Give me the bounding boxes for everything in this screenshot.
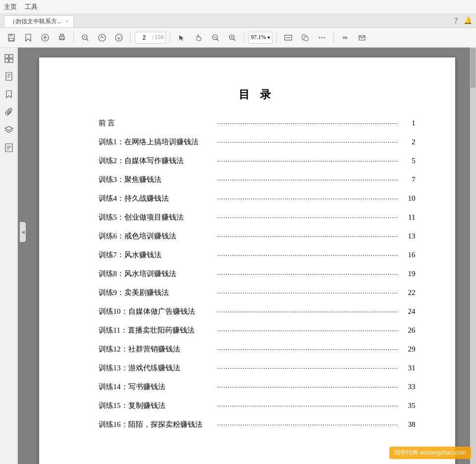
upload-button[interactable] — [38, 31, 53, 45]
sidebar-attachment-icon[interactable] — [2, 105, 16, 119]
link-button[interactable] — [338, 31, 353, 45]
toc-dots: ········································… — [217, 118, 399, 129]
more-button[interactable] — [315, 31, 329, 45]
page-number-input[interactable] — [137, 34, 151, 41]
toc-row: 训练10：自媒体做广告赚钱法··························… — [99, 305, 416, 317]
sidebar-thumbnail-icon[interactable] — [2, 52, 16, 65]
toolbar: / 159 97.1% ▾ — [0, 28, 476, 48]
svg-marker-40 — [5, 126, 13, 130]
zoom-out-2-button[interactable] — [208, 31, 223, 45]
hand-tool-button[interactable] — [191, 31, 206, 45]
menu-home[interactable]: 主页 — [4, 2, 17, 11]
toc-page-number: 29 — [401, 343, 416, 355]
toc-label: 训练2：自媒体写作赚钱法 — [99, 155, 217, 167]
zoom-actual-button[interactable] — [95, 31, 109, 45]
email-button[interactable] — [355, 31, 370, 45]
toc-dots: ········································… — [217, 175, 399, 185]
toc-row: 训练11：直播卖壮阳药赚钱法··························… — [99, 324, 416, 336]
toc-page-number: 7 — [401, 174, 416, 185]
sidebar-layers-icon[interactable] — [2, 123, 16, 137]
toc-row: 训练9：卖美剧赚钱法······························… — [99, 287, 416, 298]
tab-label: （勿信文中联系方... — [9, 17, 61, 26]
chevron-left-icon: ◀ — [21, 230, 25, 234]
toc-label: 训练8：风水培训赚钱法 — [99, 268, 217, 280]
zoom-out-button[interactable] — [78, 31, 93, 45]
notification-icon[interactable]: 🔔 — [464, 16, 472, 25]
toc-page-number: 5 — [401, 155, 416, 167]
separator-3 — [170, 33, 170, 43]
toc-page-number: 10 — [401, 192, 416, 204]
scrollbar-track[interactable] — [470, 48, 476, 464]
toc-label: 训练13：游戏代练赚钱法 — [99, 362, 217, 374]
zoom-fit-button[interactable] — [111, 31, 126, 45]
toc-row: 训练7：风水赚钱法·······························… — [99, 249, 416, 261]
separator-4 — [244, 33, 244, 43]
toc-page-number: 33 — [401, 381, 416, 393]
toc-dots: ········································… — [217, 420, 399, 430]
svg-rect-32 — [9, 55, 13, 58]
toc-label: 训练10：自媒体做广告赚钱法 — [99, 305, 217, 317]
toc-dots: ········································… — [217, 382, 399, 393]
svg-rect-1 — [9, 34, 12, 36]
sidebar-page-icon[interactable] — [2, 69, 16, 83]
toc-dots: ········································… — [217, 307, 399, 317]
svg-rect-2 — [9, 38, 13, 41]
toc-dots: ········································… — [217, 156, 399, 167]
toc-dots: ········································… — [217, 288, 399, 298]
toc-page-number: 11 — [401, 211, 416, 223]
sidebar-collapse-button[interactable]: ◀ — [20, 222, 26, 242]
zoom-in-button[interactable] — [225, 31, 240, 45]
toc-dots: ········································… — [217, 213, 399, 223]
svg-rect-34 — [9, 59, 13, 62]
toc-label: 训练3：聚焦赚钱法 — [99, 174, 217, 185]
toc-label: 训练15：复制赚钱法 — [99, 400, 217, 411]
toc-dots: ········································… — [217, 232, 399, 242]
pdf-page: 目 录 前 言·································… — [39, 58, 455, 464]
toc-dots: ········································… — [217, 326, 399, 336]
page-total: 159 — [155, 34, 163, 41]
tab-right-controls: ? 🔔 — [448, 16, 476, 25]
sidebar-bookmark-icon[interactable] — [2, 87, 16, 101]
toc-row: 训练14：写书赚钱法······························… — [99, 381, 416, 393]
toc-page-number: 2 — [401, 136, 416, 148]
toc-row: 训练15：复制赚钱法······························… — [99, 400, 416, 411]
pdf-viewer-area[interactable]: 目 录 前 言·································… — [18, 48, 476, 464]
toc-page-number: 26 — [401, 324, 416, 336]
svg-rect-31 — [5, 55, 8, 58]
toc-page-number: 19 — [401, 268, 416, 280]
toc-row: 训练12：社群营销赚钱法····························… — [99, 343, 416, 355]
toc-dots: ········································… — [217, 269, 399, 280]
toc-label: 训练9：卖美剧赚钱法 — [99, 287, 217, 298]
toc-dots: ········································… — [217, 401, 399, 411]
toc-label: 训练1：在网络上搞培训赚钱法 — [99, 136, 217, 148]
toc-row: 训练13：游戏代练赚钱法····························… — [99, 362, 416, 374]
tab-document[interactable]: （勿信文中联系方... × — [4, 15, 74, 27]
tab-close-button[interactable]: × — [65, 18, 68, 24]
help-icon[interactable]: ? — [454, 16, 458, 25]
print-button[interactable] — [54, 31, 69, 45]
toc-label: 训练14：写书赚钱法 — [99, 381, 217, 393]
save-button[interactable] — [4, 31, 19, 45]
zoom-select[interactable]: 97.1% ▾ — [248, 32, 272, 44]
svg-line-21 — [234, 39, 235, 41]
svg-rect-25 — [304, 37, 308, 41]
svg-line-11 — [87, 39, 88, 41]
bookmark-button[interactable] — [21, 31, 36, 45]
svg-point-27 — [321, 37, 322, 38]
svg-rect-35 — [6, 72, 12, 80]
toc-label: 训练11：直播卖壮阳药赚钱法 — [99, 324, 217, 336]
toc-row: 训练16：陌陌，探探卖粉赚钱法·························… — [99, 418, 416, 430]
sidebar-doc-icon[interactable] — [2, 141, 16, 155]
rotate-button[interactable] — [298, 31, 313, 45]
toc-page-number: 22 — [401, 287, 416, 298]
cursor-tool-button[interactable] — [174, 31, 189, 45]
separator-1 — [73, 33, 74, 43]
pdf-toc-title: 目 录 — [99, 87, 416, 102]
toc-page-number: 38 — [401, 418, 416, 430]
toc-dots: ········································… — [217, 194, 399, 204]
toc-page-number: 24 — [401, 305, 416, 317]
toc-label: 前 言 — [99, 117, 217, 129]
scrollbar-thumb[interactable] — [471, 48, 476, 88]
menu-tools[interactable]: 工具 — [25, 2, 38, 11]
fit-width-button[interactable] — [281, 31, 296, 45]
